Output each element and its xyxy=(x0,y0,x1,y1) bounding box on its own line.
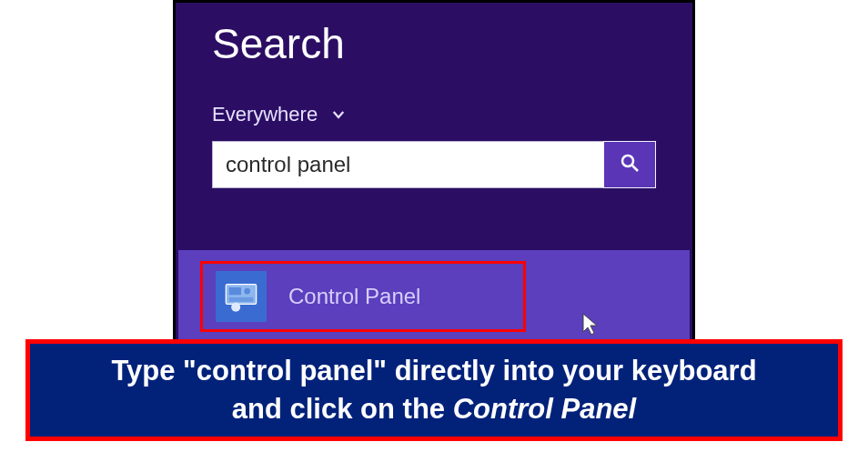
svg-point-0 xyxy=(622,156,633,166)
search-button[interactable] xyxy=(603,141,656,188)
search-scope-dropdown[interactable]: Everywhere xyxy=(212,103,692,126)
search-scope-label: Everywhere xyxy=(212,103,318,126)
search-charm-panel: Search Everywhere xyxy=(173,0,695,346)
search-title: Search xyxy=(212,19,692,68)
search-icon xyxy=(619,152,641,177)
svg-rect-5 xyxy=(229,297,254,302)
result-label: Control Panel xyxy=(288,284,420,309)
svg-point-6 xyxy=(231,303,240,312)
chevron-down-icon xyxy=(330,106,347,123)
search-results-area: Control Panel xyxy=(178,250,690,340)
svg-point-4 xyxy=(244,288,250,295)
control-panel-icon xyxy=(216,271,267,322)
search-input[interactable] xyxy=(212,141,603,188)
svg-rect-3 xyxy=(229,287,241,295)
caption-text: Type "control panel" directly into your … xyxy=(111,352,756,428)
instruction-caption: Type "control panel" directly into your … xyxy=(25,339,843,441)
svg-line-1 xyxy=(632,166,638,171)
search-row xyxy=(212,141,656,188)
result-control-panel[interactable]: Control Panel xyxy=(200,261,526,332)
